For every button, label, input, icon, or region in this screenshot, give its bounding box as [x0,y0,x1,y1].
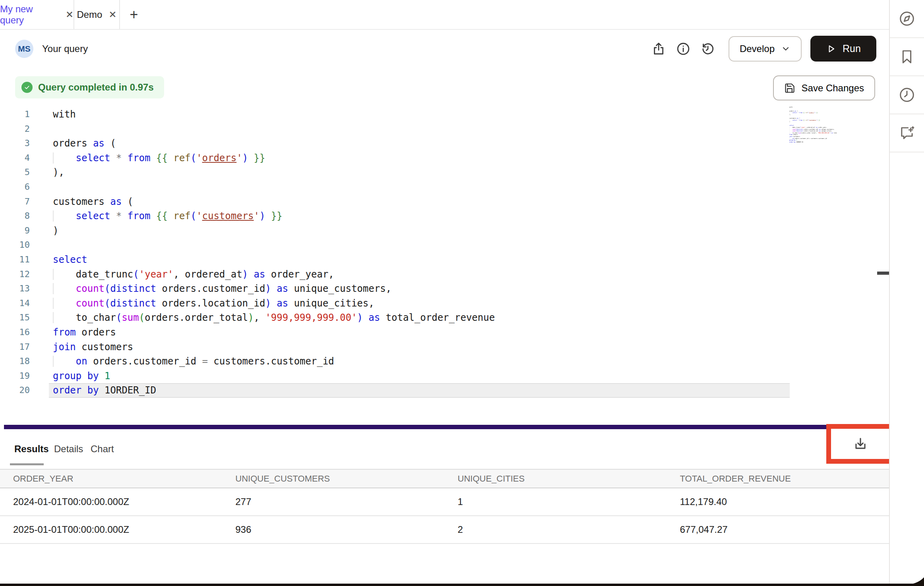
code-line: 13 count(distinct orders.customer_id) as… [0,281,889,296]
tab-my-new-query[interactable]: My new query ✕ [0,0,74,29]
code-line: 17join customers [0,340,889,355]
line-number: 3 [0,136,30,151]
status-message: Query completed in 0.97s [38,82,154,93]
code-line: 3orders as ( [0,136,889,151]
column-header: UNIQUE_CITIES [445,474,667,484]
page-title: Your query [42,43,88,54]
column-header: ORDER_YEAR [0,474,222,484]
tab-details[interactable]: Details [54,429,83,469]
table-cell: 677,047.27 [667,524,889,535]
new-tab-button[interactable]: + [120,0,148,29]
results-tab-bar: Results Details Chart [0,429,889,469]
code-line: 1with [0,107,889,122]
status-badge: Query completed in 0.97s [15,76,164,98]
history-button[interactable] [699,40,717,58]
line-number: 14 [0,296,30,311]
code-line: 5), [0,165,889,180]
line-number: 11 [0,253,30,267]
play-icon [826,44,836,54]
history-icon [701,42,715,56]
save-changes-label: Save Changes [802,83,864,94]
info-button[interactable] [675,40,692,58]
code-line: 18 on orders.customer_id = customers.cus… [0,354,889,369]
info-icon [676,42,690,56]
editor-tab-bar: My new query ✕ Demo ✕ + [0,0,889,30]
bookmarks-button[interactable] [890,38,924,76]
scrollbar-handle[interactable] [877,272,889,275]
close-icon[interactable]: ✕ [66,10,73,19]
download-results-button[interactable] [853,436,868,451]
tab-demo[interactable]: Demo ✕ [74,0,120,29]
code-line: 19group by 1 [0,369,889,384]
line-number: 7 [0,195,30,209]
check-circle-icon [21,82,33,93]
code-line: 16from orders [0,325,889,340]
line-number: 19 [0,369,30,384]
annotation-highlight-box [826,424,895,464]
table-row: 2025-01-01T00:00:00.000Z9362677,047.27 [0,516,889,544]
line-number: 6 [0,180,30,195]
column-header: UNIQUE_CUSTOMERS [222,474,445,484]
code-line: 20order by 1ORDER_ID [0,383,889,398]
share-button[interactable] [650,40,667,58]
editor-minimap[interactable]: with orders as ( select * from {{ ref('o… [789,106,837,144]
tab-label: My new query [0,4,59,26]
header-actions: Develop Run [650,36,876,62]
line-number: 5 [0,165,30,180]
run-button[interactable]: Run [810,36,876,62]
code-line: 4 select * from {{ ref('orders') }} [0,151,889,166]
save-changes-button[interactable]: Save Changes [773,75,875,100]
code-line: 10 [0,238,889,253]
code-line: 9) [0,224,889,238]
download-icon [853,436,868,451]
close-icon[interactable]: ✕ [108,10,116,19]
bookmark-icon [899,48,915,65]
share-icon [651,42,666,56]
avatar: MS [15,40,33,58]
table-cell: 2025-01-01T00:00:00.000Z [0,524,222,535]
line-number: 17 [0,340,30,355]
bottom-corner-swoosh [900,576,924,586]
code-line: 11select [0,253,889,267]
line-number: 13 [0,281,30,296]
line-number: 10 [0,238,30,253]
line-number: 9 [0,224,30,238]
tab-label: Demo [77,9,102,20]
sql-ide-window: My new query ✕ Demo ✕ + MS Your query [0,0,924,586]
table-cell: 112,179.40 [667,496,889,507]
tab-results[interactable]: Results [14,429,49,469]
code-line: 12 date_trunc('year', ordered_at) as ord… [0,267,889,282]
line-number: 1 [0,107,30,122]
code-line: 6 [0,180,889,195]
history-panel-button[interactable] [890,76,924,114]
chevron-down-icon [781,44,791,54]
ai-chat-button[interactable] [890,114,924,152]
line-number: 16 [0,325,30,340]
line-number: 2 [0,122,30,137]
bottom-edge-bar [0,584,924,586]
query-header: MS Your query [0,30,889,67]
code-line: 8 select * from {{ ref('customers') }} [0,209,889,224]
active-tab-underline [10,463,44,465]
table-header-row: ORDER_YEARUNIQUE_CUSTOMERSUNIQUE_CITIEST… [0,469,889,488]
table-cell: 2 [445,524,667,535]
table-cell: 936 [222,524,445,535]
code-line: 14 count(distinct orders.location_id) as… [0,296,889,311]
pane-resize-divider[interactable] [4,425,889,429]
code-line: 7customers as ( [0,195,889,209]
column-header: TOTAL_ORDER_REVENUE [667,474,889,484]
line-number: 18 [0,354,30,369]
table-row: 2024-01-01T00:00:00.000Z2771112,179.40 [0,488,889,516]
code-line: order by 1ORDER_ID [789,141,837,143]
status-row: Query completed in 0.97s Save Changes [0,67,889,104]
chat-sparkle-icon [899,125,915,141]
tab-chart[interactable]: Chart [91,429,114,469]
sql-editor[interactable]: 1with2 3orders as (4 select * from {{ re… [0,107,889,425]
develop-button[interactable]: Develop [729,36,802,62]
table-cell: 2024-01-01T00:00:00.000Z [0,496,222,507]
table-cell: 277 [222,496,445,507]
explore-button[interactable] [890,0,924,38]
save-icon [784,83,795,94]
line-number: 4 [0,151,30,166]
table-cell: 1 [445,496,667,507]
